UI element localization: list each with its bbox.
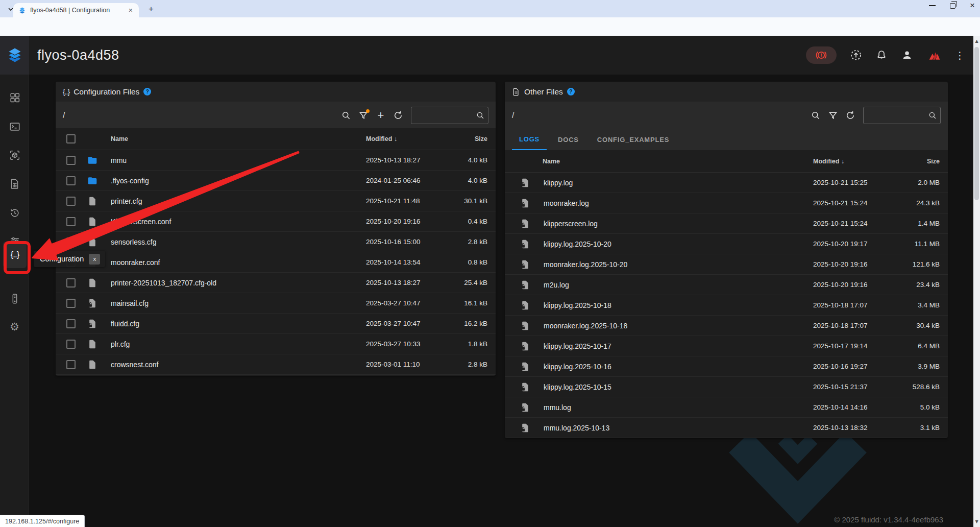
refresh-button[interactable]: [842, 107, 859, 124]
file-size: 2.0 MB: [889, 179, 940, 186]
file-modified: 2025-10-20 19:16: [798, 260, 889, 268]
emergency-stop-button[interactable]: [806, 46, 837, 64]
app-menu-kebab-icon[interactable]: ⋮: [955, 50, 965, 61]
column-header-size[interactable]: Size: [442, 135, 487, 142]
sidebar-item-history[interactable]: [0, 200, 29, 226]
file-modified: 2025-10-20 19:16: [798, 281, 889, 289]
scroll-down-icon[interactable]: ▼: [973, 519, 980, 524]
fluidd-favicon: [18, 7, 26, 14]
browser-tab[interactable]: flyos-0a4d58 | Configuration ×: [13, 3, 139, 17]
card-title: Other Files: [524, 87, 563, 97]
table-row[interactable]: klippy.log.2025-10-18 2025-10-18 17:07 3…: [505, 295, 948, 316]
new-tab-button[interactable]: +: [145, 4, 157, 14]
table-row[interactable]: m2u.log 2025-10-20 19:16 23.4 kB: [505, 275, 948, 295]
folder-icon: [87, 155, 97, 165]
search-toggle-button[interactable]: [337, 107, 355, 124]
fluidd-logo[interactable]: [0, 36, 29, 75]
window-restore-button[interactable]: [950, 3, 955, 9]
file-modified: 2025-10-17 19:14: [798, 342, 889, 350]
table-row[interactable]: klippy.log 2025-10-21 15:25 2.0 MB: [505, 173, 948, 193]
help-icon[interactable]: ?: [143, 88, 151, 95]
table-row[interactable]: KlipperScreen.conf 2025-10-20 19:16 0.4 …: [56, 211, 496, 232]
tab-close-icon[interactable]: ×: [127, 6, 135, 14]
tab-config-examples[interactable]: CONFIG_EXAMPLES: [590, 129, 676, 150]
filter-button[interactable]: [824, 107, 842, 124]
search-toggle-button[interactable]: [807, 107, 824, 124]
window-close-button[interactable]: ×: [970, 2, 975, 9]
file-modified: 2025-10-21 15:24: [798, 220, 889, 227]
table-row[interactable]: moonraker.conf 2025-10-14 13:54 0.8 kB: [56, 252, 496, 273]
tab-docs[interactable]: DOCS: [551, 129, 586, 150]
column-header-modified[interactable]: Modified ↓: [351, 135, 442, 142]
row-checkbox[interactable]: [66, 156, 76, 165]
table-row[interactable]: klippy.log.2025-10-17 2025-10-17 19:14 6…: [505, 336, 948, 356]
browser-navbar: ← → ⚠ Not secure 192.168.1.125/?printer=…: [0, 17, 980, 36]
page-scrollbar[interactable]: ▲ ▼: [973, 36, 980, 527]
file-modified: 2025-10-21 15:25: [798, 179, 889, 186]
table-row[interactable]: klippy.log.2025-10-15 2025-10-15 21:37 5…: [505, 377, 948, 397]
row-checkbox[interactable]: [66, 340, 76, 349]
table-row[interactable]: klippy.log.2025-10-16 2025-10-16 19:27 3…: [505, 356, 948, 377]
scrollbar-thumb[interactable]: [974, 47, 979, 200]
table-row[interactable]: mmu.log.2025-10-13 2025-10-13 18:32 3.1 …: [505, 418, 948, 438]
add-file-button[interactable]: +: [372, 107, 389, 124]
table-row[interactable]: klipperscreen.log 2025-10-21 15:24 1.4 M…: [505, 213, 948, 234]
table-row[interactable]: moonraker.log 2025-10-21 15:24 24.3 kB: [505, 193, 948, 213]
file-icon: [520, 300, 530, 310]
scroll-up-icon[interactable]: ▲: [973, 39, 980, 43]
other-files-card: Other Files ? / LOGS DOCS CONFIG_EXAMPLE…: [505, 82, 948, 438]
window-minimize-button[interactable]: [929, 5, 936, 6]
user-icon[interactable]: [901, 49, 913, 61]
table-row[interactable]: moonraker.log.2025-10-20 2025-10-20 19:1…: [505, 254, 948, 275]
row-checkbox[interactable]: [66, 237, 76, 247]
table-row[interactable]: moonraker.log.2025-10-18 2025-10-18 17:0…: [505, 316, 948, 336]
code-braces-icon: {..}: [63, 88, 69, 96]
update-available-icon[interactable]: [850, 49, 862, 61]
notifications-bell-icon[interactable]: [875, 49, 888, 61]
vendor-logo-icon[interactable]: [926, 47, 942, 63]
table-row[interactable]: .flyos-config 2024-01-25 06:46 4.0 kB: [56, 171, 496, 191]
table-row[interactable]: printer-20251013_182707.cfg-old 2025-10-…: [56, 273, 496, 293]
sidebar-item-gcode-preview[interactable]: [0, 142, 29, 169]
row-checkbox[interactable]: [66, 360, 76, 369]
row-checkbox[interactable]: [66, 278, 76, 288]
sidebar-item-console[interactable]: [0, 113, 29, 140]
breadcrumb-path[interactable]: /: [63, 111, 337, 120]
column-header-name[interactable]: Name: [103, 135, 351, 142]
file-size: 1.8 kB: [442, 340, 487, 348]
table-row[interactable]: crowsnest.conf 2025-03-01 11:10 2.8 kB: [56, 354, 496, 375]
table-row[interactable]: plr.cfg 2025-03-27 10:33 1.8 kB: [56, 334, 496, 354]
file-modified: 2025-10-20 19:16: [351, 218, 442, 225]
table-row[interactable]: mainsail.cfg 2025-03-27 10:47 16.1 kB: [56, 293, 496, 314]
column-header-modified[interactable]: Modified ↓: [798, 158, 889, 165]
select-all-checkbox[interactable]: [66, 134, 76, 143]
sidebar-item-settings[interactable]: ⚙: [0, 314, 29, 340]
sidebar-item-dashboard[interactable]: [0, 84, 29, 111]
file-modified: 2025-03-27 10:47: [351, 320, 442, 327]
file-name: mmu.log: [535, 403, 798, 412]
file-icon: [87, 319, 97, 329]
row-checkbox[interactable]: [66, 197, 76, 206]
table-row[interactable]: printer.cfg 2025-10-21 11:48 30.1 kB: [56, 191, 496, 211]
row-checkbox[interactable]: [66, 176, 76, 185]
row-checkbox[interactable]: [66, 319, 76, 328]
row-checkbox[interactable]: [66, 217, 76, 226]
tab-logs[interactable]: LOGS: [512, 129, 547, 150]
table-row[interactable]: klippy.log.2025-10-20 2025-10-20 19:17 1…: [505, 234, 948, 254]
table-row[interactable]: fluidd.cfg 2025-03-27 10:47 16.2 kB: [56, 314, 496, 334]
table-row[interactable]: mmu.log 2025-10-14 14:16 5.0 kB: [505, 397, 948, 418]
breadcrumb-path[interactable]: /: [512, 111, 807, 120]
sidebar-item-system[interactable]: [0, 285, 29, 312]
table-row[interactable]: sensorless.cfg 2025-10-16 15:00 2.8 kB: [56, 232, 496, 252]
row-checkbox[interactable]: [66, 299, 76, 308]
column-header-size[interactable]: Size: [889, 158, 940, 165]
column-header-name[interactable]: Name: [535, 158, 798, 165]
sidebar-item-jobs[interactable]: [0, 171, 29, 197]
refresh-button[interactable]: [389, 107, 407, 124]
table-row[interactable]: mmu 2025-10-13 18:27 4.0 kB: [56, 150, 496, 171]
file-name: sensorless.cfg: [103, 238, 351, 246]
file-icon: [87, 298, 97, 308]
file-modified: 2025-03-01 11:10: [351, 361, 442, 368]
filter-button[interactable]: [355, 107, 372, 124]
help-icon[interactable]: ?: [567, 88, 575, 95]
